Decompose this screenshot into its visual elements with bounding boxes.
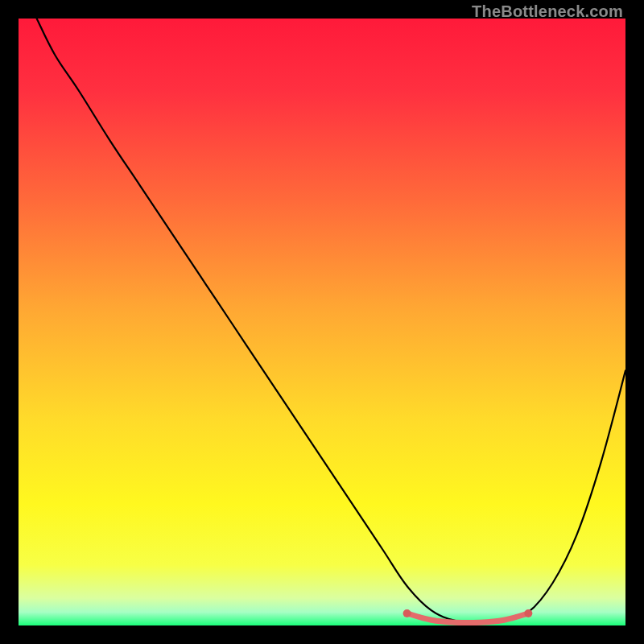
optimal-range-highlight [407,613,529,623]
frame: TheBottleneck.com [0,0,644,644]
plot-area [19,19,625,625]
optimal-range-start-dot [403,609,411,617]
watermark: TheBottleneck.com [472,2,623,21]
optimal-range-end-dot [524,609,532,617]
curve-layer [19,19,625,625]
bottleneck-curve [37,19,625,622]
